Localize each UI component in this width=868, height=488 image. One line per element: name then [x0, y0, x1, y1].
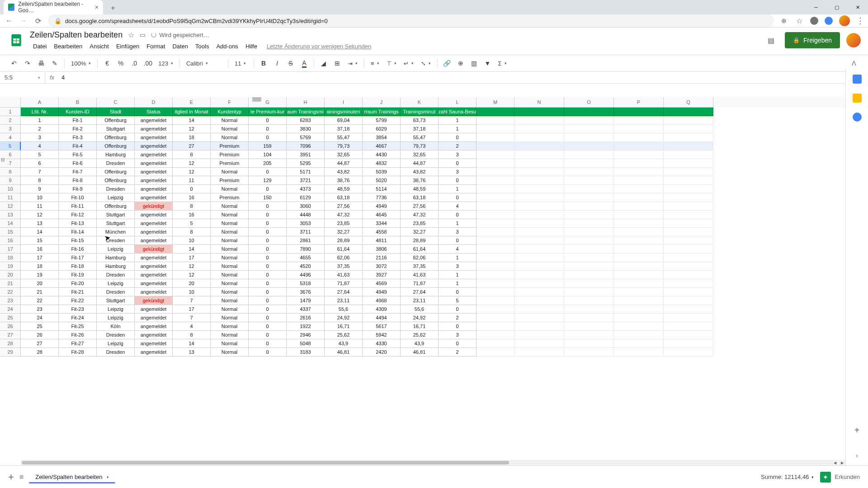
cell[interactable]: 4968 [363, 296, 401, 305]
cell[interactable]: Fit-28 [59, 348, 97, 357]
cell[interactable]: 0 [439, 322, 476, 331]
menu-bearbeiten[interactable]: Bearbeiten [51, 42, 85, 51]
cell[interactable]: 6283 [287, 116, 325, 125]
filter-icon[interactable]: ▼ [482, 57, 494, 69]
cell[interactable]: 0 [249, 211, 287, 219]
cell[interactable]: 24,92 [325, 314, 363, 322]
cell[interactable]: Fit-17 [59, 253, 97, 262]
cell[interactable]: gekündigt [135, 296, 173, 305]
cell[interactable]: 8 [21, 176, 59, 185]
cell[interactable]: 27 [21, 339, 59, 348]
cell[interactable]: Normal [211, 125, 249, 133]
menu-datei[interactable]: Datei [30, 42, 50, 51]
cell[interactable]: angemeldet [135, 339, 173, 348]
cell[interactable]: 5048 [287, 339, 325, 348]
cell[interactable]: 3 [439, 168, 476, 176]
format-select[interactable]: 123 [156, 60, 176, 67]
cell[interactable]: 20 [173, 279, 211, 288]
cell[interactable]: 4949 [363, 202, 401, 211]
cell[interactable]: 37,35 [401, 262, 439, 271]
cell[interactable]: 32,27 [325, 228, 363, 236]
print-icon[interactable]: 🖶 [35, 57, 47, 69]
cell[interactable]: angemeldet [135, 133, 173, 142]
row-header-18[interactable]: 18 [0, 253, 21, 262]
cell[interactable]: Hamburg [97, 253, 135, 262]
cell[interactable]: Fit-13 [59, 219, 97, 228]
cell[interactable]: Normal [211, 339, 249, 348]
cell[interactable]: 3 [439, 228, 476, 236]
cell[interactable]: 55,47 [401, 133, 439, 142]
cell[interactable]: 26 [21, 331, 59, 339]
cell[interactable]: Stuttgart [97, 219, 135, 228]
cell[interactable]: 0 [249, 262, 287, 271]
cell[interactable]: 0 [439, 288, 476, 296]
cell[interactable]: Offenburg [97, 116, 135, 125]
move-icon[interactable]: ▭ [140, 31, 146, 38]
formula-bar[interactable]: 4 [59, 74, 868, 81]
cell[interactable]: 43,82 [401, 168, 439, 176]
cell[interactable]: angemeldet [135, 116, 173, 125]
cell[interactable]: gekündigt [135, 202, 173, 211]
cell[interactable]: 4494 [363, 314, 401, 322]
row-header-3[interactable]: 3 [0, 125, 21, 133]
cell[interactable]: Normal [211, 228, 249, 236]
cell[interactable]: 104 [249, 150, 287, 159]
cell[interactable]: 1922 [287, 322, 325, 331]
cell[interactable]: 5114 [363, 185, 401, 193]
col-header-Q[interactable]: Q [664, 97, 713, 108]
cell[interactable]: angemeldet [135, 219, 173, 228]
cell[interactable]: 2 [21, 125, 59, 133]
cell[interactable]: 23,11 [325, 296, 363, 305]
cell[interactable]: 4832 [363, 159, 401, 168]
cell[interactable]: Normal [211, 253, 249, 262]
header-cell[interactable]: aum Trainingsmi [287, 108, 325, 116]
account-avatar[interactable] [846, 33, 861, 47]
maximize-button[interactable]: ▢ [826, 0, 847, 14]
cell[interactable]: 3 [439, 150, 476, 159]
cell[interactable]: 2420 [363, 348, 401, 357]
cell[interactable]: 3676 [287, 288, 325, 296]
row-header-5[interactable]: 5 [0, 142, 21, 150]
cell[interactable]: 37,18 [325, 125, 363, 133]
cell[interactable]: Fit-5 [59, 150, 97, 159]
cell[interactable]: 23 [21, 305, 59, 314]
last-edit-text[interactable]: Letzte Änderung vor wenigen Sekunden [267, 43, 371, 50]
col-header-J[interactable]: J [363, 97, 401, 108]
cell[interactable]: Normal [211, 314, 249, 322]
cell[interactable]: 5039 [363, 168, 401, 176]
h-align-icon[interactable]: ≡ [368, 60, 382, 67]
new-tab-button[interactable]: + [107, 2, 119, 14]
cell[interactable]: Stuttgart [97, 125, 135, 133]
row-header-16[interactable]: 16 [0, 236, 21, 245]
cell[interactable]: 7890 [287, 245, 325, 253]
cell[interactable]: 24 [21, 314, 59, 322]
cell[interactable]: Leipzig [97, 279, 135, 288]
menu-einfuegen[interactable]: Einfügen [113, 42, 142, 51]
row-header-9[interactable]: 9 [0, 176, 21, 185]
cell[interactable]: 0 [249, 296, 287, 305]
cell[interactable]: Fit-2 [59, 125, 97, 133]
cell[interactable]: Premium [211, 176, 249, 185]
chart-icon[interactable]: ▥ [468, 57, 480, 69]
menu-addons[interactable]: Add-ons [213, 42, 241, 51]
cell[interactable]: Hamburg [97, 262, 135, 271]
cell[interactable]: 4811 [363, 236, 401, 245]
cell[interactable]: 5171 [287, 168, 325, 176]
cell[interactable]: 38,76 [401, 176, 439, 185]
col-header-N[interactable]: N [514, 97, 564, 108]
cell[interactable]: 129 [249, 176, 287, 185]
cell[interactable]: 12 [173, 262, 211, 271]
cell[interactable]: 19 [21, 271, 59, 279]
row-header-25[interactable]: 25 [0, 314, 21, 322]
merge-icon[interactable]: ⇥ [345, 60, 360, 67]
header-cell[interactable]: zahl Sauna-Besu [439, 108, 476, 116]
cell[interactable]: 9 [21, 185, 59, 193]
scroll-left-icon[interactable]: ◀ [832, 460, 838, 465]
cell[interactable]: angemeldet [135, 253, 173, 262]
all-sheets-button[interactable]: ≡ [19, 473, 24, 481]
cell[interactable]: 5799 [363, 116, 401, 125]
cell[interactable]: 4430 [363, 150, 401, 159]
cell[interactable]: 3927 [363, 271, 401, 279]
cell[interactable]: 150 [249, 193, 287, 202]
cell[interactable]: 16 [173, 211, 211, 219]
